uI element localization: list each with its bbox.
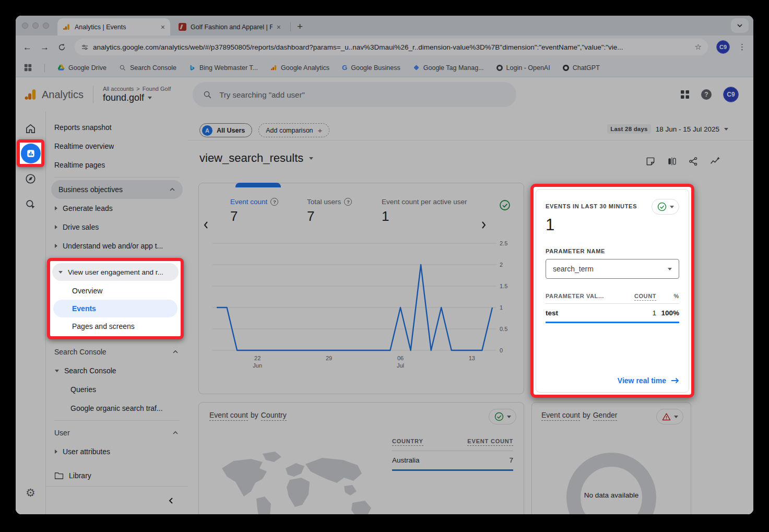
sidebar-item-understand-web[interactable]: Understand web and/or app t... [46,237,188,255]
bookmark-bing-webmaster[interactable]: Bing Webmaster T... [189,64,258,72]
view-real-time-link[interactable]: View real time [618,376,679,385]
col-parameter-value[interactable]: PARAMETER VAL... [546,293,624,299]
data-warning-dropdown[interactable] [656,409,683,424]
help-circle-icon[interactable]: ? [270,198,278,206]
sidebar-item-reports-snapshot[interactable]: Reports snapshot [46,118,188,137]
chevron-up-icon[interactable] [169,187,175,192]
notes-icon[interactable] [645,156,656,167]
event-count-line-chart[interactable]: 00.511.522.522Jun2906Jul13 [201,234,523,373]
minimize-window-button[interactable] [32,22,39,29]
bookmark-star-icon[interactable]: ☆ [695,42,702,52]
sidebar-item-events[interactable]: Events [53,300,178,317]
product-name[interactable]: Analytics [42,89,84,101]
sidebar-item-drive-sales[interactable]: Drive sales [46,218,188,237]
metrics-scroll-left-icon[interactable] [203,221,208,229]
segment-chip-all-users[interactable]: A All Users [199,123,252,137]
expand-down-icon [55,370,59,372]
metric-event-count-per-user-value: 1 [382,208,389,224]
data-quality-dropdown[interactable] [489,409,516,424]
sidebar-item-library[interactable]: Library [46,466,188,485]
browser-profile-avatar[interactable]: C9 [716,40,730,54]
sidebar-item-overview[interactable]: Overview [50,282,181,300]
folder-icon [54,471,64,480]
add-comparison-button[interactable]: Add comparison + [258,123,329,137]
sidebar-item-realtime-overview[interactable]: Realtime overview [46,137,188,156]
share-icon[interactable] [688,156,699,167]
col-country[interactable]: COUNTRY [392,438,423,446]
tab-search-button[interactable] [731,18,749,33]
reports-nav-highlight[interactable] [17,139,44,167]
browser-menu-icon[interactable]: ⋮ [738,42,746,52]
site-favicon [179,23,186,31]
sidebar-item-view-user-engagement[interactable]: View user engagement and r... [52,263,179,281]
collapse-sidebar-icon[interactable] [168,497,173,504]
tune-icon[interactable] [81,43,89,51]
segment-badge: A [202,125,212,136]
sidebar-item-search-console[interactable]: Search Console [46,361,188,380]
bookmark-chatgpt[interactable]: ChatGPT [563,64,600,72]
reports-sidebar: Reports snapshot Realtime overview Realt… [46,112,188,514]
parameter-name-select[interactable]: search_term [546,259,679,279]
reports-nav-icon[interactable] [21,144,41,163]
col-percent[interactable]: % [656,293,679,299]
report-title-dropdown-icon[interactable] [309,157,313,160]
bookmark-search-console[interactable]: Search Console [119,64,176,72]
address-bar[interactable]: analytics.google.com/analytics/web/#/p37… [75,39,708,55]
sidebar-item-realtime-pages[interactable]: Realtime pages [46,156,188,174]
metric-total-users[interactable]: Total users ? [307,198,352,206]
apps-grid-icon[interactable] [680,90,690,99]
date-range-picker[interactable]: Last 28 days 18 Jun - 15 Jul 2025 [607,124,728,134]
table-row[interactable]: Australia 7 [392,451,513,471]
close-tab-icon[interactable]: × [161,23,165,31]
sidebar-item-google-organic[interactable]: Google organic search traf... [46,399,188,418]
sidebar-item-generate-leads[interactable]: Generate leads [46,199,188,218]
date-range-text: 18 Jun - 15 Jul 2025 [656,125,719,133]
bookmark-google-tag-manager[interactable]: Google Tag Manag... [413,64,484,72]
sidebar-section-search-console[interactable]: Search Console [46,342,188,361]
help-circle-icon[interactable]: ? [344,198,352,206]
sidebar-section-business-objectives[interactable]: Business objectives [51,180,183,199]
col-count[interactable]: COUNT [624,293,656,299]
sidebar-item-pages-and-screens[interactable]: Pages and screens [50,317,181,335]
new-tab-button[interactable]: + [297,21,303,32]
insights-icon[interactable] [709,156,720,167]
maximize-window-button[interactable] [43,22,49,29]
apps-grid-icon[interactable] [24,64,32,72]
metric-event-count[interactable]: Event count ? [230,198,278,206]
home-nav-icon[interactable] [16,123,45,135]
search-input[interactable]: Try searching "add user" [193,82,516,107]
help-icon[interactable]: ? [701,89,712,100]
tab-golf-fashion[interactable]: Golf Fashion and Apparel | Fo × [173,18,286,36]
bookmark-google-drive[interactable]: Google Drive [57,64,107,72]
table-row[interactable]: test 1 100% [546,304,679,323]
back-button[interactable]: ← [23,43,32,52]
forward-button[interactable]: → [40,43,49,52]
bookmark-google-analytics[interactable]: Google Analytics [270,64,329,72]
bookmark-google-business[interactable]: G Google Business [342,64,400,72]
metrics-scroll-right-icon[interactable] [481,221,487,229]
advertising-nav-icon[interactable] [16,198,45,210]
comparison-icon[interactable] [667,156,677,167]
sidebar-item-queries[interactable]: Queries [46,380,188,399]
account-avatar[interactable]: C9 [723,87,739,102]
tab-analytics-events[interactable]: Analytics | Events × [57,18,170,36]
chevron-up-icon[interactable] [172,350,179,354]
col-event-count[interactable]: EVENT COUNT [467,438,513,446]
bookmark-login-openai[interactable]: Login - OpenAI [496,64,550,72]
account-switcher[interactable]: All accounts > Found Golf found.golf [103,86,171,103]
close-tab-icon[interactable]: × [277,23,281,31]
admin-gear-icon[interactable]: ⚙ [16,487,45,498]
data-quality-dropdown[interactable] [652,199,679,215]
sidebar-section-user[interactable]: User [46,423,188,442]
data-quality-icon[interactable] [499,199,511,211]
chevron-down-icon [668,268,672,270]
reload-button[interactable] [57,43,66,52]
url-text[interactable]: analytics.google.com/analytics/web/#/p37… [93,43,691,51]
explore-nav-icon[interactable] [16,173,45,185]
sidebar-item-user-attributes[interactable]: User attributes [46,442,188,461]
metric-event-count-per-user[interactable]: Event count per active user [382,198,467,206]
close-window-button[interactable] [22,22,28,29]
check-circle-icon [494,411,504,422]
chevron-up-icon[interactable] [172,431,179,435]
analytics-logo[interactable] [24,88,38,101]
